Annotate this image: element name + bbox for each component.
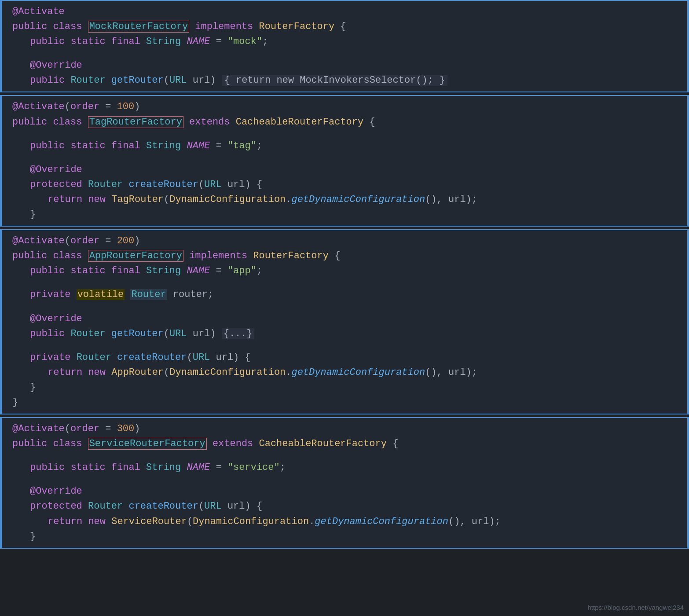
line: public Router getRouter(URL url) { retur…	[2, 73, 687, 88]
keyword: public	[12, 21, 53, 32]
line: public static final String NAME = "tag";	[2, 139, 687, 154]
line: @Activate(order = 300)	[2, 422, 687, 436]
line: public static final String NAME = "mock"…	[2, 34, 687, 49]
volatile-type: Router	[130, 289, 167, 300]
line: }	[2, 380, 687, 395]
line: public Router getRouter(URL url) {...}	[2, 326, 687, 341]
blank-line	[2, 154, 687, 162]
line: }	[2, 529, 687, 544]
line: @Activate(order = 200)	[2, 234, 687, 249]
service-router-factory-section: @Activate(order = 300) public class Serv…	[0, 417, 689, 549]
line: protected Router createRouter(URL url) {	[2, 177, 687, 192]
line: public class AppRouterFactory implements…	[2, 249, 687, 264]
mock-router-factory-section: @Activate public class MockRouterFactory…	[0, 0, 689, 92]
url-bar: https://blog.csdn.net/yangwei234	[588, 602, 684, 612]
line: public class TagRouterFactory extends Ca…	[2, 115, 687, 130]
line: public class MockRouterFactory implement…	[2, 19, 687, 34]
decorator: @Activate	[12, 6, 65, 17]
line: private volatile Router router;	[2, 287, 687, 302]
volatile-keyword: volatile	[77, 289, 125, 300]
class-name: AppRouterFactory	[88, 250, 183, 262]
line: public static final String NAME = "app";	[2, 264, 687, 279]
app-router-factory-section: @Activate(order = 200) public class AppR…	[0, 229, 689, 414]
class-name: TagRouterFactory	[88, 116, 183, 128]
line: }	[2, 395, 687, 410]
line: @Activate	[2, 4, 687, 19]
line: public class ServiceRouterFactory extend…	[2, 436, 687, 451]
line: return new TagRouter(DynamicConfiguratio…	[2, 192, 687, 207]
blank-line	[2, 341, 687, 350]
line: @Override	[2, 162, 687, 177]
line: return new AppRouter(DynamicConfiguratio…	[2, 365, 687, 380]
line: public static final String NAME = "servi…	[2, 460, 687, 475]
class-name: MockRouterFactory	[88, 21, 189, 33]
blank-line	[2, 451, 687, 460]
blank-line	[2, 475, 687, 484]
blank-line	[2, 49, 687, 58]
line: @Override	[2, 312, 687, 326]
line: @Override	[2, 484, 687, 499]
blank-line	[2, 279, 687, 287]
blank-line	[2, 303, 687, 312]
class-name: ServiceRouterFactory	[88, 438, 207, 450]
line: private Router createRouter(URL url) {	[2, 350, 687, 365]
line: }	[2, 207, 687, 222]
line: @Activate(order = 100)	[2, 99, 687, 114]
code-container: @Activate public class MockRouterFactory…	[0, 0, 689, 549]
line: protected Router createRouter(URL url) {	[2, 499, 687, 514]
line: return new ServiceRouter(DynamicConfigur…	[2, 514, 687, 529]
tag-router-factory-section: @Activate(order = 100) public class TagR…	[0, 95, 689, 227]
line: @Override	[2, 58, 687, 73]
blank-line	[2, 130, 687, 139]
